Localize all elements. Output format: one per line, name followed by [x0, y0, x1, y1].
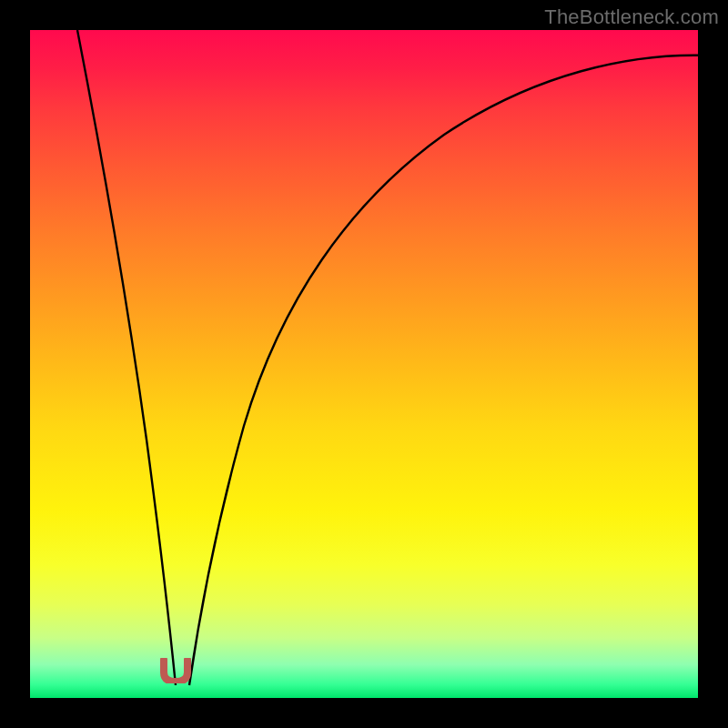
bottleneck-curve: [30, 30, 698, 698]
curve-right-branch: [189, 56, 698, 685]
curve-left-branch: [77, 30, 176, 685]
watermark-text: TheBottleneck.com: [544, 5, 719, 29]
u-marker-icon: [164, 660, 187, 682]
plot-area: [30, 30, 698, 698]
bottleneck-marker: [160, 658, 191, 683]
chart-frame: TheBottleneck.com: [0, 0, 728, 728]
